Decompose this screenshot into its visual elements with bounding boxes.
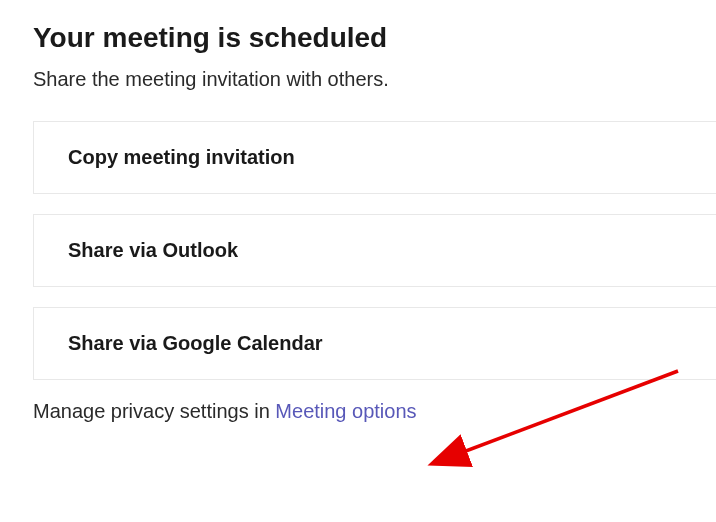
copy-meeting-invitation-button[interactable]: Copy meeting invitation	[33, 121, 716, 194]
privacy-footer-prefix: Manage privacy settings in	[33, 400, 275, 422]
meeting-options-link[interactable]: Meeting options	[275, 400, 416, 422]
page-title: Your meeting is scheduled	[33, 22, 716, 54]
page-subtitle: Share the meeting invitation with others…	[33, 68, 716, 91]
share-google-calendar-button[interactable]: Share via Google Calendar	[33, 307, 716, 380]
privacy-footer: Manage privacy settings in Meeting optio…	[33, 400, 716, 423]
share-outlook-button[interactable]: Share via Outlook	[33, 214, 716, 287]
